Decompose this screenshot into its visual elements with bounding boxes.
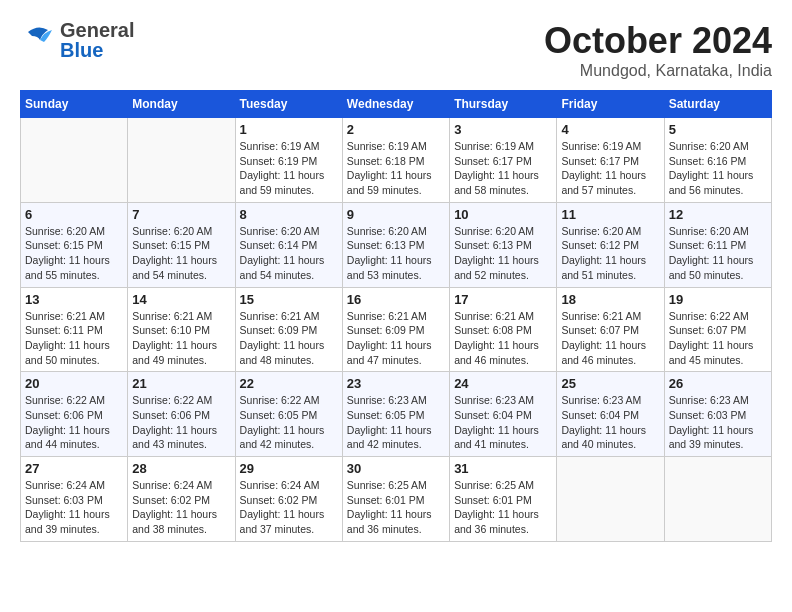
logo-text: General Blue <box>60 20 134 60</box>
cell-info: Sunrise: 6:22 AM Sunset: 6:06 PM Dayligh… <box>132 393 230 452</box>
day-number: 2 <box>347 122 445 137</box>
calendar-cell: 30Sunrise: 6:25 AM Sunset: 6:01 PM Dayli… <box>342 457 449 542</box>
calendar-cell: 27Sunrise: 6:24 AM Sunset: 6:03 PM Dayli… <box>21 457 128 542</box>
calendar-week-row: 6Sunrise: 6:20 AM Sunset: 6:15 PM Daylig… <box>21 202 772 287</box>
day-number: 7 <box>132 207 230 222</box>
day-number: 4 <box>561 122 659 137</box>
cell-info: Sunrise: 6:22 AM Sunset: 6:07 PM Dayligh… <box>669 309 767 368</box>
calendar-cell: 21Sunrise: 6:22 AM Sunset: 6:06 PM Dayli… <box>128 372 235 457</box>
cell-info: Sunrise: 6:22 AM Sunset: 6:06 PM Dayligh… <box>25 393 123 452</box>
cell-info: Sunrise: 6:25 AM Sunset: 6:01 PM Dayligh… <box>454 478 552 537</box>
calendar-week-row: 1Sunrise: 6:19 AM Sunset: 6:19 PM Daylig… <box>21 118 772 203</box>
day-number: 23 <box>347 376 445 391</box>
calendar-cell: 28Sunrise: 6:24 AM Sunset: 6:02 PM Dayli… <box>128 457 235 542</box>
cell-info: Sunrise: 6:21 AM Sunset: 6:11 PM Dayligh… <box>25 309 123 368</box>
day-number: 27 <box>25 461 123 476</box>
calendar-week-row: 27Sunrise: 6:24 AM Sunset: 6:03 PM Dayli… <box>21 457 772 542</box>
calendar-cell: 2Sunrise: 6:19 AM Sunset: 6:18 PM Daylig… <box>342 118 449 203</box>
day-number: 31 <box>454 461 552 476</box>
cell-info: Sunrise: 6:24 AM Sunset: 6:02 PM Dayligh… <box>132 478 230 537</box>
calendar-body: 1Sunrise: 6:19 AM Sunset: 6:19 PM Daylig… <box>21 118 772 542</box>
calendar-cell: 12Sunrise: 6:20 AM Sunset: 6:11 PM Dayli… <box>664 202 771 287</box>
weekday-header: Tuesday <box>235 91 342 118</box>
cell-info: Sunrise: 6:20 AM Sunset: 6:12 PM Dayligh… <box>561 224 659 283</box>
day-number: 10 <box>454 207 552 222</box>
cell-info: Sunrise: 6:25 AM Sunset: 6:01 PM Dayligh… <box>347 478 445 537</box>
day-number: 15 <box>240 292 338 307</box>
cell-info: Sunrise: 6:19 AM Sunset: 6:17 PM Dayligh… <box>561 139 659 198</box>
logo-bird-icon <box>20 22 56 58</box>
cell-info: Sunrise: 6:20 AM Sunset: 6:14 PM Dayligh… <box>240 224 338 283</box>
calendar-cell: 1Sunrise: 6:19 AM Sunset: 6:19 PM Daylig… <box>235 118 342 203</box>
day-number: 26 <box>669 376 767 391</box>
cell-info: Sunrise: 6:24 AM Sunset: 6:02 PM Dayligh… <box>240 478 338 537</box>
cell-info: Sunrise: 6:24 AM Sunset: 6:03 PM Dayligh… <box>25 478 123 537</box>
logo-blue: Blue <box>60 40 134 60</box>
calendar-cell: 8Sunrise: 6:20 AM Sunset: 6:14 PM Daylig… <box>235 202 342 287</box>
cell-info: Sunrise: 6:23 AM Sunset: 6:05 PM Dayligh… <box>347 393 445 452</box>
calendar-week-row: 13Sunrise: 6:21 AM Sunset: 6:11 PM Dayli… <box>21 287 772 372</box>
cell-info: Sunrise: 6:20 AM Sunset: 6:11 PM Dayligh… <box>669 224 767 283</box>
day-number: 30 <box>347 461 445 476</box>
calendar-cell: 31Sunrise: 6:25 AM Sunset: 6:01 PM Dayli… <box>450 457 557 542</box>
page-header: General Blue October 2024 Mundgod, Karna… <box>20 20 772 80</box>
calendar-cell: 15Sunrise: 6:21 AM Sunset: 6:09 PM Dayli… <box>235 287 342 372</box>
calendar-cell <box>21 118 128 203</box>
weekday-header: Monday <box>128 91 235 118</box>
calendar-cell: 22Sunrise: 6:22 AM Sunset: 6:05 PM Dayli… <box>235 372 342 457</box>
day-number: 16 <box>347 292 445 307</box>
calendar-cell: 7Sunrise: 6:20 AM Sunset: 6:15 PM Daylig… <box>128 202 235 287</box>
calendar-cell <box>557 457 664 542</box>
cell-info: Sunrise: 6:20 AM Sunset: 6:13 PM Dayligh… <box>454 224 552 283</box>
day-number: 18 <box>561 292 659 307</box>
day-number: 28 <box>132 461 230 476</box>
calendar-cell: 10Sunrise: 6:20 AM Sunset: 6:13 PM Dayli… <box>450 202 557 287</box>
day-number: 3 <box>454 122 552 137</box>
title-section: October 2024 Mundgod, Karnataka, India <box>544 20 772 80</box>
weekday-header: Sunday <box>21 91 128 118</box>
day-number: 14 <box>132 292 230 307</box>
cell-info: Sunrise: 6:23 AM Sunset: 6:04 PM Dayligh… <box>454 393 552 452</box>
calendar-cell: 25Sunrise: 6:23 AM Sunset: 6:04 PM Dayli… <box>557 372 664 457</box>
weekday-header: Thursday <box>450 91 557 118</box>
cell-info: Sunrise: 6:21 AM Sunset: 6:08 PM Dayligh… <box>454 309 552 368</box>
calendar-week-row: 20Sunrise: 6:22 AM Sunset: 6:06 PM Dayli… <box>21 372 772 457</box>
calendar-cell: 11Sunrise: 6:20 AM Sunset: 6:12 PM Dayli… <box>557 202 664 287</box>
day-number: 8 <box>240 207 338 222</box>
cell-info: Sunrise: 6:20 AM Sunset: 6:13 PM Dayligh… <box>347 224 445 283</box>
day-number: 17 <box>454 292 552 307</box>
day-number: 20 <box>25 376 123 391</box>
day-number: 24 <box>454 376 552 391</box>
calendar-cell: 6Sunrise: 6:20 AM Sunset: 6:15 PM Daylig… <box>21 202 128 287</box>
logo-general: General <box>60 20 134 40</box>
day-number: 13 <box>25 292 123 307</box>
calendar-cell <box>128 118 235 203</box>
calendar-cell: 9Sunrise: 6:20 AM Sunset: 6:13 PM Daylig… <box>342 202 449 287</box>
cell-info: Sunrise: 6:21 AM Sunset: 6:09 PM Dayligh… <box>240 309 338 368</box>
calendar-header: SundayMondayTuesdayWednesdayThursdayFrid… <box>21 91 772 118</box>
calendar-cell: 19Sunrise: 6:22 AM Sunset: 6:07 PM Dayli… <box>664 287 771 372</box>
cell-info: Sunrise: 6:19 AM Sunset: 6:18 PM Dayligh… <box>347 139 445 198</box>
day-number: 1 <box>240 122 338 137</box>
weekday-header-row: SundayMondayTuesdayWednesdayThursdayFrid… <box>21 91 772 118</box>
day-number: 19 <box>669 292 767 307</box>
calendar-cell: 18Sunrise: 6:21 AM Sunset: 6:07 PM Dayli… <box>557 287 664 372</box>
calendar-cell <box>664 457 771 542</box>
calendar-table: SundayMondayTuesdayWednesdayThursdayFrid… <box>20 90 772 542</box>
calendar-cell: 13Sunrise: 6:21 AM Sunset: 6:11 PM Dayli… <box>21 287 128 372</box>
day-number: 29 <box>240 461 338 476</box>
cell-info: Sunrise: 6:22 AM Sunset: 6:05 PM Dayligh… <box>240 393 338 452</box>
cell-info: Sunrise: 6:20 AM Sunset: 6:15 PM Dayligh… <box>25 224 123 283</box>
day-number: 6 <box>25 207 123 222</box>
weekday-header: Friday <box>557 91 664 118</box>
cell-info: Sunrise: 6:21 AM Sunset: 6:07 PM Dayligh… <box>561 309 659 368</box>
location-subtitle: Mundgod, Karnataka, India <box>544 62 772 80</box>
cell-info: Sunrise: 6:19 AM Sunset: 6:17 PM Dayligh… <box>454 139 552 198</box>
day-number: 5 <box>669 122 767 137</box>
calendar-cell: 26Sunrise: 6:23 AM Sunset: 6:03 PM Dayli… <box>664 372 771 457</box>
day-number: 12 <box>669 207 767 222</box>
day-number: 9 <box>347 207 445 222</box>
calendar-cell: 17Sunrise: 6:21 AM Sunset: 6:08 PM Dayli… <box>450 287 557 372</box>
cell-info: Sunrise: 6:19 AM Sunset: 6:19 PM Dayligh… <box>240 139 338 198</box>
calendar-cell: 14Sunrise: 6:21 AM Sunset: 6:10 PM Dayli… <box>128 287 235 372</box>
